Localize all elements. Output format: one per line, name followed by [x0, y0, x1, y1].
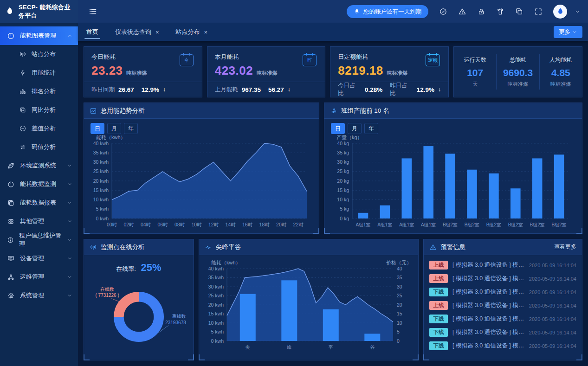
monitor-icon [7, 255, 15, 263]
line-chart-icon [90, 107, 97, 115]
alert-text: [ 模拟器 3.0 通信设备 ] 模拟器 3.0... [452, 275, 524, 283]
svg-text:能耗（kwh）: 能耗（kwh） [211, 260, 241, 265]
alert-row[interactable]: 上线[ 模拟器 3.0 通信设备 ] 模拟器 3.0...2020-05-09 … [424, 299, 582, 312]
svg-text:02时: 02时 [123, 222, 134, 227]
svg-text:5: 5 [397, 329, 400, 334]
dashboard-content: 今日能耗今23.23吨标准煤昨日同期26.6712.9%↓本月能耗昨423.02… [78, 41, 588, 366]
chevron-down-icon [67, 293, 72, 298]
chevron-down-icon [574, 8, 581, 15]
leaf-icon [7, 162, 15, 170]
tab-label: 站点分布 [176, 28, 200, 36]
svg-text:10 kwh: 10 kwh [208, 320, 224, 326]
stat-card-footer: 今日占比0.28%昨日占比12.9%↓ [330, 82, 448, 97]
lock-icon[interactable] [477, 7, 485, 16]
sidebar-item-系统管理[interactable]: 系统管理 [0, 286, 78, 305]
alert-text: [ 模拟器 3.0 通信设备 ] 模拟器 3.0... [452, 288, 524, 296]
svg-text:产量（kg）: 产量（kg） [336, 135, 362, 140]
cherries-icon [330, 107, 337, 115]
copy-pages-icon[interactable] [515, 7, 523, 16]
status-badge: 上线 [429, 261, 448, 270]
sidebar-item-差值分析[interactable]: 差值分析 [0, 119, 78, 138]
range-tab-月[interactable]: 月 [348, 123, 362, 134]
alert-row[interactable]: 下线[ 模拟器 3.0 通信设备 ] 模拟器 3.0...2020-05-09 … [424, 312, 582, 326]
summary-value: 107 [454, 67, 496, 78]
range-tab-日[interactable]: 日 [90, 123, 104, 134]
sidebar-item-租户信息维护管理[interactable]: 租户信息维护管理 [0, 231, 78, 249]
footer-value: 56.27 [268, 86, 284, 93]
summary-label: 运行天数 [454, 56, 496, 64]
view-more-link[interactable]: 查看更多 [554, 243, 576, 251]
svg-text:25 kg: 25 kg [337, 168, 349, 174]
fullscreen-icon[interactable] [534, 7, 543, 16]
calendar-icon: 今 [180, 54, 194, 66]
sidebar-item-站点分布[interactable]: 站点分布 [0, 45, 78, 64]
svg-text:04时: 04时 [141, 222, 151, 227]
bottom-row: 监测点在线分析 在线率: 25% [84, 239, 582, 360]
alert-text: [ 模拟器 3.0 通信设备 ] 模拟器 3.0... [452, 342, 524, 350]
footer-label: 昨日占比 [390, 82, 413, 97]
sidebar-item-能耗数据监测[interactable]: 能耗数据监测 [0, 175, 78, 193]
sidebar-item-用能统计[interactable]: 用能统计 [0, 64, 78, 82]
svg-text:40: 40 [397, 266, 402, 271]
online-rate: 在线率: 25% [89, 262, 189, 274]
logo-flame-icon [5, 6, 15, 17]
user-menu-chevron-icon[interactable] [574, 8, 581, 15]
sidebar-item-环境监测系统[interactable]: 环境监测系统 [0, 156, 78, 175]
calendar-icon: 昨 [303, 54, 317, 66]
svg-text:A组1室: A组1室 [421, 222, 436, 227]
avatar[interactable] [553, 5, 567, 19]
header-actions: 您的账户还有一天到期 [347, 5, 588, 19]
stat-card-title: 本月能耗 [215, 53, 318, 61]
tab-站点分布[interactable]: 站点分布× [168, 23, 216, 41]
antenna-icon [19, 51, 26, 58]
check-circle-icon[interactable] [439, 7, 447, 16]
range-tab-月[interactable]: 月 [107, 123, 121, 134]
sidebar-item-label: 差值分析 [32, 124, 56, 133]
range-tab-年[interactable]: 年 [364, 123, 378, 134]
sidebar-item-同比分析[interactable]: 同比分析 [0, 101, 78, 119]
sidebar-item-运维管理[interactable]: 运维管理 [0, 268, 78, 286]
stat-card-value: 423.02 [215, 64, 253, 78]
chevron-down-icon [67, 163, 72, 168]
svg-text:A组1室: A组1室 [377, 222, 392, 227]
footer-metric: 56.27↓ [268, 86, 291, 93]
sidebar-item-排名分析[interactable]: 排名分析 [0, 82, 78, 101]
svg-text:A组1室: A组1室 [355, 222, 370, 227]
tab-首页[interactable]: 首页 [78, 23, 107, 41]
panel-body: 在线率: 25% 在线数 ( 7731226 ) 离线数 [84, 255, 194, 360]
alert-triangle-icon [458, 7, 466, 16]
svg-text:5 kwh: 5 kwh [96, 206, 109, 212]
sidebar-item-码值分析[interactable]: 码值分析 [0, 138, 78, 156]
open-tabs: 首页仪表状态查询×站点分布× [78, 23, 216, 41]
sidebar-item-能耗图表管理[interactable]: 能耗图表管理 [0, 26, 78, 45]
stat-card-title: 今日能耗 [91, 53, 194, 61]
tab-label: 首页 [86, 28, 98, 36]
panel-header: 尖峰平谷 [199, 239, 418, 255]
alert-triangle-icon[interactable] [458, 7, 466, 16]
more-tabs-button[interactable]: 更多 [554, 26, 582, 38]
header-icon-group [439, 7, 543, 16]
alert-row[interactable]: 下线[ 模拟器 3.0 通信设备 ] 模拟器 3.0...2020-05-09 … [424, 326, 582, 339]
alert-row[interactable]: 上线[ 模拟器 3.0 通信设备 ] 模拟器 3.0...2020-05-09 … [424, 272, 582, 285]
tab-label: 仪表状态查询 [115, 28, 151, 36]
sidebar-item-能耗数据报表[interactable]: 能耗数据报表 [0, 193, 78, 212]
sidebar-item-设备管理[interactable]: 设备管理 [0, 249, 78, 268]
alert-row[interactable]: 下线[ 模拟器 3.0 通信设备 ] 模拟器 3.0...2020-05-09 … [424, 285, 582, 299]
close-tab-icon[interactable]: × [155, 29, 159, 36]
range-tab-日[interactable]: 日 [331, 123, 345, 134]
shirt-icon[interactable] [496, 7, 504, 16]
account-expiry-notice[interactable]: 您的账户还有一天到期 [347, 5, 428, 18]
close-tab-icon[interactable]: × [204, 29, 208, 36]
menu-collapse-icon[interactable] [88, 7, 97, 16]
tab-仪表状态查询[interactable]: 仪表状态查询× [107, 23, 168, 41]
trend-box-icon [90, 107, 97, 115]
alert-text: [ 模拟器 3.0 通信设备 ] 模拟器 3.0... [452, 328, 524, 336]
stat-card-value: 23.23 [91, 64, 123, 78]
sidebar-item-其他管理[interactable]: 其他管理 [0, 212, 78, 231]
offline-count: 23193678 [165, 320, 186, 325]
tab-bar: 首页仪表状态查询×站点分布× 更多 [78, 23, 588, 41]
range-tab-年[interactable]: 年 [124, 123, 138, 134]
alert-row[interactable]: 下线[ 模拟器 3.0 通信设备 ] 模拟器 3.0...2020-05-09 … [424, 339, 582, 353]
panel-title: 班组产能前 10 名 [341, 107, 389, 115]
alert-row[interactable]: 上线[ 模拟器 3.0 通信设备 ] 模拟器 3.0...2020-05-09 … [424, 258, 582, 272]
